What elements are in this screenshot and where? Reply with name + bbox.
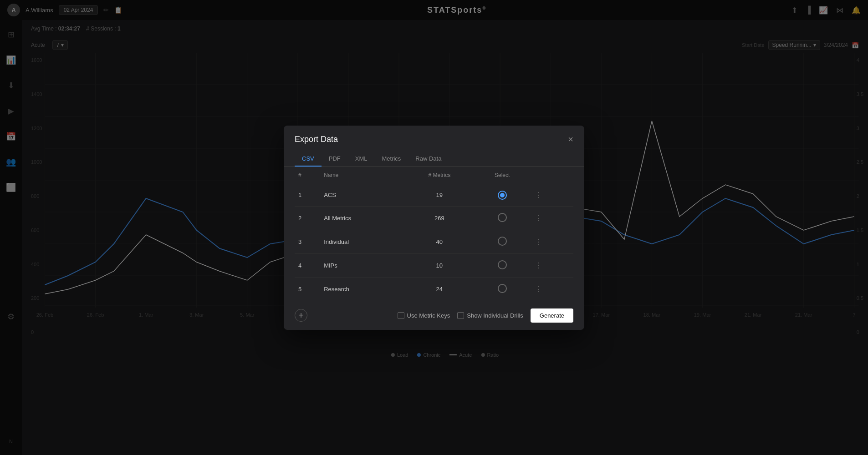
row-3-num: 3 [295,230,320,253]
metric-keys-checkbox-input[interactable] [398,312,404,319]
table-row: 4 MIPs 10 ⋮ [295,253,573,277]
tab-csv[interactable]: CSV [295,152,322,167]
row-4-name: MIPs [320,253,404,277]
row-3-select[interactable] [475,230,529,253]
more-icon-2[interactable]: ⋮ [533,212,544,224]
modal-footer: + Use Metric Keys Show Individual Drills… [284,301,584,330]
radio-4[interactable] [498,260,507,269]
table-row: 1 ACS 19 ⋮ [295,184,573,206]
row-4-select[interactable] [475,253,529,277]
row-1-metrics: 19 [404,184,475,206]
modal-close-button[interactable]: × [568,135,573,144]
col-header-num: # [295,167,320,184]
row-2-metrics: 269 [404,206,475,230]
metric-keys-label: Use Metric Keys [407,312,450,319]
modal-table-container: # Name # Metrics Select 1 ACS 19 [284,167,584,301]
table-row: 2 All Metrics 269 ⋮ [295,206,573,230]
row-2-name: All Metrics [320,206,404,230]
modal-tabs: CSV PDF XML Metrics Raw Data [284,152,584,167]
row-1-num: 1 [295,184,320,206]
row-4-more[interactable]: ⋮ [529,253,573,277]
add-button[interactable]: + [295,309,307,322]
radio-2[interactable] [498,213,507,222]
show-individual-drills-checkbox[interactable]: Show Individual Drills [457,312,523,319]
col-header-select: Select [475,167,529,184]
more-icon-3[interactable]: ⋮ [533,236,544,248]
use-metric-keys-checkbox[interactable]: Use Metric Keys [398,312,450,319]
radio-5[interactable] [498,284,507,293]
modal-overlay[interactable]: Export Data × CSV PDF XML Metrics Raw Da… [0,0,868,455]
individual-drills-checkbox-input[interactable] [457,312,464,319]
row-1-more[interactable]: ⋮ [529,184,573,206]
row-3-metrics: 40 [404,230,475,253]
table-row: 5 Research 24 ⋮ [295,277,573,301]
row-3-more[interactable]: ⋮ [529,230,573,253]
tab-pdf[interactable]: PDF [322,152,348,167]
row-3-name: Individual [320,230,404,253]
row-1-select[interactable] [475,184,529,206]
export-modal: Export Data × CSV PDF XML Metrics Raw Da… [284,126,584,330]
modal-title: Export Data [295,135,338,144]
more-icon-5[interactable]: ⋮ [533,283,544,295]
individual-drills-label: Show Individual Drills [467,312,523,319]
row-5-select[interactable] [475,277,529,301]
row-1-name: ACS [320,184,404,206]
tab-raw-data[interactable]: Raw Data [408,152,449,167]
table-row: 3 Individual 40 ⋮ [295,230,573,253]
row-4-num: 4 [295,253,320,277]
tab-metrics[interactable]: Metrics [374,152,408,167]
tab-xml[interactable]: XML [348,152,375,167]
col-header-metrics: # Metrics [404,167,475,184]
row-5-name: Research [320,277,404,301]
row-5-metrics: 24 [404,277,475,301]
more-icon-1[interactable]: ⋮ [533,189,544,201]
row-4-metrics: 10 [404,253,475,277]
generate-button[interactable]: Generate [531,308,573,323]
col-header-name: Name [320,167,404,184]
col-header-actions [529,167,573,184]
row-2-more[interactable]: ⋮ [529,206,573,230]
more-icon-4[interactable]: ⋮ [533,260,544,271]
row-2-num: 2 [295,206,320,230]
row-5-more[interactable]: ⋮ [529,277,573,301]
row-5-num: 5 [295,277,320,301]
radio-1[interactable] [498,191,507,200]
row-2-select[interactable] [475,206,529,230]
modal-table: # Name # Metrics Select 1 ACS 19 [295,167,573,301]
modal-header: Export Data × [284,126,584,144]
radio-3[interactable] [498,237,507,246]
